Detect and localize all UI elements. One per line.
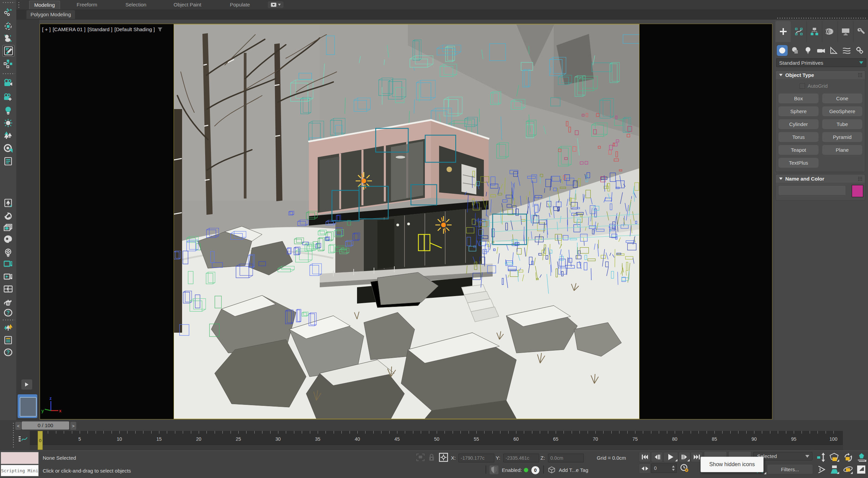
panel-tab-hierarchy[interactable] (807, 21, 822, 42)
spinner-arrows-icon[interactable] (672, 465, 675, 471)
category-shapes[interactable] (790, 45, 801, 56)
fov-button[interactable] (816, 465, 827, 474)
add-time-tag[interactable]: Add T...e Tag (559, 467, 588, 473)
panel-tab-create[interactable] (775, 21, 791, 42)
maxscript-mini-listener[interactable] (1, 452, 39, 464)
enabled-count-badge[interactable]: 0 (531, 466, 540, 475)
ribbon-tab-modeling[interactable]: Modeling (29, 1, 60, 9)
category-cameras[interactable] (815, 45, 826, 56)
timeline-ruler[interactable] (30, 431, 843, 444)
absolute-mode-button[interactable] (439, 453, 448, 462)
toolbar-trees-button[interactable] (2, 130, 14, 141)
toolbar-help-button[interactable]: ? (2, 307, 14, 318)
category-lights[interactable] (803, 45, 813, 56)
ribbon-drag-handle[interactable] (18, 1, 20, 8)
filters-button[interactable]: Filters... (767, 464, 813, 474)
viewport-shading-label[interactable]: [Default Shading ] (115, 26, 155, 32)
object-button-cylinder[interactable]: Cylinder (778, 119, 819, 129)
autogrid-checkbox[interactable] (800, 83, 805, 89)
object-button-pyramid[interactable]: Pyramid (822, 132, 863, 142)
object-button-geosphere[interactable]: GeoSphere (822, 106, 863, 117)
orbit-button[interactable] (843, 465, 853, 474)
category-space-warps[interactable] (841, 45, 852, 56)
toolbar-camera-add-button[interactable] (2, 92, 14, 103)
camera-frame[interactable] (174, 24, 639, 419)
object-button-box[interactable]: Box (778, 93, 819, 104)
object-button-teapot[interactable]: Teapot (778, 145, 819, 155)
toolbar-fire-ring-button[interactable] (2, 211, 14, 222)
panel-tab-modify[interactable] (791, 21, 807, 42)
object-type-header[interactable]: Object Type (776, 71, 865, 79)
pan-button[interactable] (829, 465, 840, 474)
viewport-label[interactable]: [ + ] [CAMERA 01 ] [Standard ] [Default … (42, 26, 163, 32)
viewport-pov-label[interactable]: [ + ] (42, 26, 51, 32)
next-frame-button[interactable] (678, 452, 690, 462)
goto-start-button[interactable] (639, 452, 651, 462)
toolbar-transform-tools-button[interactable] (2, 58, 14, 69)
time-configuration-button[interactable] (679, 463, 690, 473)
viewport-renderer-label[interactable]: [Standard ] (87, 26, 112, 32)
maximize-viewport-button[interactable] (856, 465, 866, 474)
viewport-camera-label[interactable]: [CAMERA 01 ] (53, 26, 85, 32)
coord-y-field[interactable]: -2335.461c (503, 454, 539, 462)
category-geometry[interactable] (777, 45, 788, 56)
name-color-header[interactable]: Name and Color (776, 174, 865, 183)
object-button-sphere[interactable]: Sphere (778, 106, 819, 117)
ribbon-tab-selection[interactable]: Selection (121, 1, 151, 9)
timebar-handle[interactable] (12, 422, 14, 448)
autogrid-checkbox-row[interactable]: AutoGrid (800, 83, 828, 89)
play-button[interactable] (663, 452, 678, 462)
ribbon-tab-freeform[interactable]: Freeform (72, 1, 102, 9)
object-button-tube[interactable]: Tube (822, 119, 863, 129)
frame-forward-button[interactable]: > (70, 421, 77, 430)
mini-curve-editor-button[interactable] (18, 434, 29, 444)
toolbar-monitor-button[interactable] (2, 259, 14, 270)
panel-tab-utilities[interactable] (853, 21, 868, 42)
zoom-region-button[interactable] (856, 453, 867, 462)
toolbar-forest-colored-button[interactable] (2, 323, 14, 333)
toolbar-play-monitor-button[interactable] (2, 272, 14, 283)
zoom-extents-button[interactable] (829, 453, 840, 462)
layout-thumbnail[interactable] (18, 394, 37, 418)
selection-lock-button[interactable] (428, 453, 435, 462)
toolbar-select-and-place-button[interactable] (2, 7, 14, 18)
toolbar-render-setup-button[interactable] (2, 156, 14, 167)
ribbon-tab-populate[interactable]: Populate (225, 1, 255, 9)
toolbar-paint-deform-button[interactable] (2, 45, 15, 57)
toolbar-scene-objects-button[interactable] (2, 33, 14, 44)
ribbon-minimize-button[interactable] (268, 1, 283, 8)
toolbar-light-gear-button[interactable] (2, 247, 14, 258)
zoom-extents-all-button[interactable] (843, 453, 853, 462)
isolate-selection-button[interactable] (416, 453, 425, 462)
toolbar-help-alt-button[interactable]: ? (2, 347, 14, 358)
zoom-button[interactable] (816, 453, 827, 462)
object-color-swatch[interactable] (852, 185, 863, 197)
safe-scene-button[interactable] (490, 465, 498, 474)
panel-tab-display[interactable] (838, 21, 853, 42)
object-button-cone[interactable]: Cone (822, 93, 863, 104)
maxscript-mini-label-box[interactable]: Scripting Mini (1, 465, 39, 476)
left-toolbar-handle[interactable] (2, 1, 15, 3)
key-mode-button[interactable] (639, 463, 651, 474)
toolbar-script-list-button[interactable] (2, 335, 14, 346)
toolbar-frame-buffer-button[interactable] (2, 223, 14, 233)
current-frame-field[interactable]: 0 (651, 463, 677, 473)
object-button-torus[interactable]: Torus (778, 132, 819, 142)
toolbar-light-button[interactable] (2, 105, 14, 116)
coord-x-field[interactable]: -1790.177c (458, 454, 494, 462)
toolbar-material-palette-button[interactable] (2, 234, 14, 245)
toolbar-tree-page-button[interactable] (2, 198, 14, 208)
category-helpers[interactable] (828, 45, 839, 56)
timeline-playhead[interactable]: 0 (38, 431, 43, 450)
layout-expand-button[interactable] (21, 379, 32, 390)
frame-spinner-field[interactable]: 0 / 100 (22, 421, 69, 430)
panel-tab-motion[interactable] (822, 21, 838, 42)
ribbon-tab-object-paint[interactable]: Object Paint (169, 1, 206, 9)
toolbar-split-view-button[interactable] (2, 284, 14, 295)
frame-back-button[interactable]: < (15, 421, 22, 430)
toolbar-camera-button[interactable] (2, 78, 14, 89)
timeline-track[interactable] (30, 444, 843, 450)
category-systems[interactable] (854, 45, 865, 56)
command-panel-handle[interactable] (776, 17, 866, 19)
prev-frame-button[interactable] (651, 452, 663, 462)
